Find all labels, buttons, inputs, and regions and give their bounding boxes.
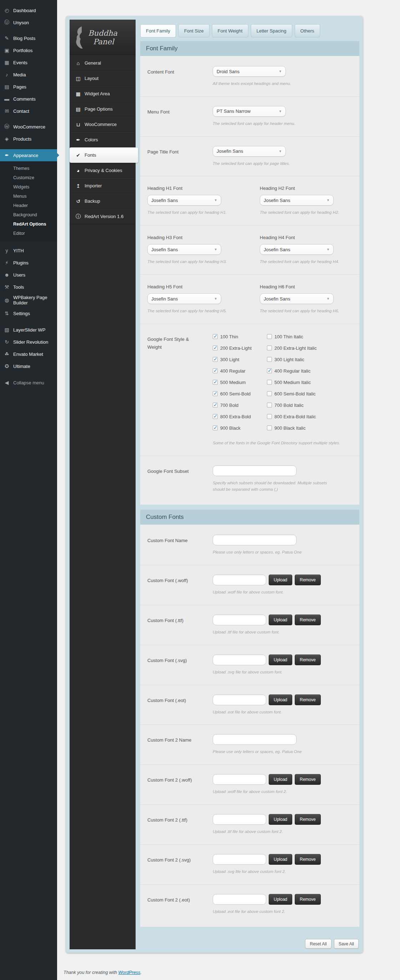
- upload-button[interactable]: Upload: [269, 574, 292, 585]
- panel-menu-widget-area[interactable]: ▦Widget Area: [70, 86, 136, 101]
- custom-font-name-input[interactable]: [213, 535, 297, 545]
- heading-h3-font-select[interactable]: Josefin Sans▼: [148, 244, 221, 255]
- upload-button[interactable]: Upload: [269, 614, 292, 625]
- sidebar-item-settings[interactable]: ⇅Settings: [0, 307, 57, 320]
- reset-all-button[interactable]: Reset All: [305, 939, 331, 948]
- custom-font-2-name-input[interactable]: [213, 734, 297, 745]
- checkbox-500-medium[interactable]: 500 Medium: [213, 379, 267, 386]
- custom-font-svg-input[interactable]: [213, 654, 266, 665]
- checkbox-600-semi-bold[interactable]: 600 Semi-Bold: [213, 390, 267, 397]
- checkbox[interactable]: [267, 345, 272, 350]
- heading-h4-font-select[interactable]: Josefin Sans▼: [260, 244, 333, 255]
- heading-h1-font-select[interactable]: Josefin Sans▼: [148, 195, 221, 205]
- checkbox-400-regular[interactable]: 400 Regular: [213, 368, 267, 374]
- custom-font-woff-input[interactable]: [213, 574, 266, 585]
- panel-menu-privacy-cookies[interactable]: ◕Privacy & Cookies: [70, 163, 136, 178]
- tab-font-size[interactable]: Font Size: [178, 24, 210, 37]
- checkbox[interactable]: [213, 334, 217, 339]
- tab-font-family[interactable]: Font Family: [140, 24, 176, 37]
- upload-button[interactable]: Upload: [269, 774, 292, 785]
- remove-button[interactable]: Remove: [295, 654, 321, 665]
- checkbox-700-bold-italic[interactable]: 700 Bold Italic: [267, 402, 321, 409]
- sidebar-item-products[interactable]: ◈Products: [0, 133, 57, 145]
- checkbox-300-light-italic[interactable]: 300 Light Italic: [267, 356, 321, 363]
- checkbox[interactable]: [267, 357, 272, 362]
- tab-font-weight[interactable]: Font Weight: [212, 24, 248, 37]
- sidebar-item-wpbakery[interactable]: ◍WPBakery Page Builder: [0, 293, 57, 307]
- checkbox[interactable]: [267, 402, 272, 407]
- heading-h2-font-select[interactable]: Josefin Sans▼: [260, 195, 333, 205]
- submenu-item-customize[interactable]: Customize: [0, 173, 57, 182]
- sidebar-item-blog-posts[interactable]: ✎Blog Posts: [0, 32, 57, 44]
- upload-button[interactable]: Upload: [269, 894, 292, 905]
- checkbox-200-extra-light[interactable]: 200 Extra-Light: [213, 345, 267, 352]
- checkbox-700-bold[interactable]: 700 Bold: [213, 402, 267, 409]
- submenu-item-header[interactable]: Header: [0, 201, 57, 210]
- submenu-item-widgets[interactable]: Widgets: [0, 182, 57, 192]
- checkbox[interactable]: [267, 368, 272, 373]
- sidebar-item-yith[interactable]: yYITH: [0, 245, 57, 256]
- tab-others[interactable]: Others: [295, 24, 320, 37]
- checkbox[interactable]: [213, 391, 217, 396]
- sidebar-item-events[interactable]: ▦Events: [0, 56, 57, 68]
- checkbox[interactable]: [267, 414, 272, 419]
- remove-button[interactable]: Remove: [295, 614, 321, 625]
- remove-button[interactable]: Remove: [295, 814, 321, 825]
- remove-button[interactable]: Remove: [295, 894, 321, 905]
- checkbox-100-thin[interactable]: 100 Thin: [213, 333, 267, 340]
- tab-letter-spacing[interactable]: Letter Spacing: [251, 24, 292, 37]
- checkbox-200-extra-light-italic[interactable]: 200 Extra-Light Italic: [267, 345, 321, 352]
- panel-menu-layout[interactable]: ◫Layout: [70, 71, 136, 86]
- content-font-select[interactable]: Droid Sans▼: [213, 66, 286, 77]
- checkbox[interactable]: [267, 425, 272, 430]
- checkbox-900-black[interactable]: 900 Black: [213, 425, 267, 431]
- panel-menu-woocommerce[interactable]: ⊔WooCommerce: [70, 117, 136, 132]
- checkbox[interactable]: [213, 414, 217, 419]
- save-all-button[interactable]: Save All: [334, 939, 359, 948]
- submenu-item-themes[interactable]: Themes: [0, 164, 57, 173]
- panel-menu-general[interactable]: ⌂General: [70, 55, 136, 71]
- checkbox-400-regular-italic[interactable]: 400 Regular Italic: [267, 368, 321, 374]
- panel-menu-redart-version[interactable]: ⓘRedArt Version 1.6: [70, 209, 136, 224]
- remove-button[interactable]: Remove: [295, 854, 321, 865]
- sidebar-item-ultimate[interactable]: ✪Ultimate: [0, 360, 57, 372]
- custom-font-2-woff-input[interactable]: [213, 774, 266, 785]
- checkbox-800-extra-bold-italic[interactable]: 800 Extra-Bold Italic: [267, 413, 321, 420]
- checkbox[interactable]: [213, 380, 217, 385]
- menu-font-select[interactable]: PT Sans Narrow▼: [213, 106, 286, 117]
- sidebar-item-appearance[interactable]: ✒Appearance: [0, 149, 57, 161]
- remove-button[interactable]: Remove: [295, 695, 321, 705]
- submenu-item-editor[interactable]: Editor: [0, 229, 57, 238]
- upload-button[interactable]: Upload: [269, 814, 292, 825]
- sidebar-item-pages[interactable]: ▤Pages: [0, 81, 57, 93]
- submenu-item-background[interactable]: Background: [0, 210, 57, 220]
- submenu-item-menus[interactable]: Menus: [0, 192, 57, 201]
- checkbox[interactable]: [213, 345, 217, 350]
- checkbox[interactable]: [213, 357, 217, 362]
- checkbox-100-thin-italic[interactable]: 100 Thin Italic: [267, 333, 321, 340]
- custom-font-ttf-input[interactable]: [213, 614, 266, 625]
- sidebar-item-users[interactable]: ☻Users: [0, 269, 57, 281]
- remove-button[interactable]: Remove: [295, 574, 321, 585]
- custom-font-2-ttf-input[interactable]: [213, 814, 266, 825]
- sidebar-item-tools[interactable]: ⚒Tools: [0, 281, 57, 293]
- panel-menu-page-options[interactable]: ▤Page Options: [70, 101, 136, 117]
- checkbox[interactable]: [213, 402, 217, 407]
- custom-font-2-svg-input[interactable]: [213, 854, 266, 865]
- submenu-item-redart-options[interactable]: RedArt Options: [0, 220, 57, 229]
- checkbox[interactable]: [213, 425, 217, 430]
- sidebar-item-plugins[interactable]: ⚡Plugins: [0, 256, 57, 269]
- upload-button[interactable]: Upload: [269, 654, 292, 665]
- panel-menu-fonts[interactable]: ✔Fonts: [70, 147, 138, 163]
- heading-h5-font-select[interactable]: Josefin Sans▼: [148, 293, 221, 304]
- checkbox-300-light[interactable]: 300 Light: [213, 356, 267, 363]
- sidebar-item-dashboard[interactable]: ◴Dashboard: [0, 4, 57, 16]
- google-font-subset-input[interactable]: [213, 465, 297, 476]
- upload-button[interactable]: Upload: [269, 695, 292, 705]
- sidebar-item-contact[interactable]: ✉Contact: [0, 105, 57, 117]
- checkbox[interactable]: [267, 380, 272, 385]
- custom-font-eot-input[interactable]: [213, 695, 266, 705]
- checkbox[interactable]: [267, 391, 272, 396]
- sidebar-item-portfolios[interactable]: ▣Portfolios: [0, 44, 57, 56]
- checkbox-900-black-italic[interactable]: 900 Black Italic: [267, 425, 321, 431]
